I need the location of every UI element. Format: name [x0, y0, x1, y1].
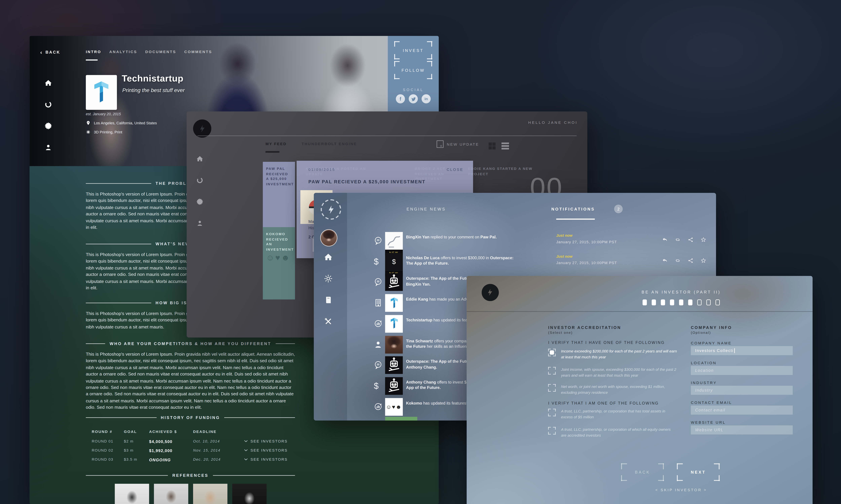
- profile-icon: [196, 220, 203, 227]
- reference-photo[interactable]: [115, 484, 149, 504]
- share-icon[interactable]: [688, 237, 693, 242]
- accreditation-option[interactable]: Joint income, with spouse, exceeding $30…: [548, 367, 677, 378]
- input-value: Investors Collecti: [695, 348, 734, 353]
- tab-documents[interactable]: DOCUMENTS: [145, 50, 176, 58]
- accreditation-option[interactable]: A trust, LLC, partnership, or corporatio…: [548, 427, 677, 438]
- input-placeholder: Contact email: [695, 408, 725, 413]
- share-icon[interactable]: [688, 257, 693, 264]
- repost-icon[interactable]: [675, 257, 681, 264]
- heading-line: [86, 183, 151, 184]
- notification-row[interactable]: $$NEWNicholas De Luca offers to invest $…: [347, 251, 716, 272]
- see-investors-button[interactable]: SEE INVESTORS: [244, 448, 288, 452]
- heading-line: [86, 244, 151, 244]
- company-industry: 3D Printing, Print: [94, 130, 122, 134]
- twitter-icon[interactable]: [409, 94, 418, 103]
- favorite-icon[interactable]: [701, 257, 706, 264]
- input-industry[interactable]: Industry: [691, 386, 793, 395]
- tab-notifications[interactable]: NOTIFICATIONS: [551, 207, 595, 212]
- funding-round: ROUND 02: [92, 448, 113, 452]
- desktop-background: ‹BACK INTROANALYTICSDOCUMENTSCOMMENTS Te…: [0, 0, 841, 504]
- input-placeholder: Industry: [695, 388, 713, 393]
- tab-comments[interactable]: COMMENTS: [184, 50, 212, 58]
- form-back-button[interactable]: BACK: [621, 463, 664, 481]
- accreditation-option[interactable]: Income exceeding $200,000 for each of th…: [548, 349, 677, 360]
- heading-line: [86, 303, 151, 303]
- accreditation-option[interactable]: Net worth, or joint net worth with spous…: [548, 384, 677, 395]
- notification-time: Just nowJanuary 27, 2015, 10:00PM PST: [556, 254, 617, 265]
- progress-indicator: [574, 300, 789, 305]
- input-placeholder: Location: [695, 368, 714, 373]
- chart-icon: [374, 402, 382, 411]
- funding-heading: HISTORY OF FUNDING: [86, 415, 295, 420]
- chevron-down-icon: [244, 440, 248, 443]
- close-button[interactable]: CLOSE: [447, 168, 464, 172]
- reference-photo[interactable]: [193, 484, 227, 504]
- established-date: est. January 20, 2015: [86, 112, 121, 115]
- funding-deadline: Dec. 20, 2014: [193, 457, 221, 461]
- skip-investor-link[interactable]: < SKIP INVESTOR >: [574, 488, 789, 492]
- see-investors-button[interactable]: SEE INVESTORS: [244, 439, 288, 443]
- tab-intro[interactable]: INTRO: [86, 50, 101, 58]
- badge-icon: [196, 198, 203, 205]
- active-tab-underline: [556, 219, 595, 220]
- notification-row[interactable]: NEWBingXin Yan replied to your comment o…: [347, 230, 716, 251]
- progress-step: [642, 300, 647, 305]
- engine-logo-icon: [193, 120, 211, 138]
- funding-round: ROUND 01: [92, 439, 113, 443]
- divider: [197, 136, 577, 136]
- grid-view-icon[interactable]: [488, 142, 496, 149]
- input-website-url[interactable]: Website URL: [691, 425, 793, 434]
- notification-thumbnail: [385, 336, 403, 353]
- invest-button[interactable]: INVEST: [394, 41, 432, 59]
- verify-group-label: I VERIFY THAT I AM ONE OF THE FOLLOWING: [548, 401, 659, 406]
- section-paragraph: This is Photoshop's version of Lorem Ips…: [86, 351, 295, 411]
- input-location[interactable]: Location: [691, 366, 793, 375]
- building-icon: [374, 299, 382, 307]
- home-icon: [324, 253, 332, 262]
- feed-card-kokomo[interactable]: KOKOMO RECIEVED AN INVESTMENT☺♥☻: [263, 227, 295, 299]
- accreditation-option[interactable]: A trust, LLC, partnership, or corporatio…: [548, 409, 677, 420]
- tab-analytics[interactable]: ANALYTICS: [109, 50, 137, 58]
- divider: [467, 311, 812, 312]
- input-company-name[interactable]: Investors Collecti: [691, 346, 793, 355]
- new-update-button[interactable]: NEW UPDATE: [437, 140, 479, 148]
- funding-deadline: Nov. 15, 2014: [193, 448, 220, 452]
- list-view-icon[interactable]: [501, 142, 509, 149]
- progress-ring-icon: [45, 101, 52, 108]
- reference-photo[interactable]: [154, 484, 188, 504]
- accreditation-option-text: Income exceeding $200,000 for each of th…: [561, 349, 677, 360]
- reply-icon[interactable]: [662, 257, 668, 264]
- company-logo: [86, 75, 117, 110]
- field-label: COMPANY NAME: [691, 341, 732, 345]
- favorite-icon[interactable]: [701, 237, 706, 242]
- tab-thunderbolt-engine[interactable]: THUNDERBOLT ENGINE: [302, 142, 357, 146]
- verify-group-label: I VERIFY THAT I HAVE ONE OF THE FOLLOWIN…: [548, 340, 665, 345]
- see-investors-label: SEE INVESTORS: [251, 439, 288, 443]
- post-date: 01/09/2015: [308, 168, 336, 172]
- text-cursor: [734, 348, 735, 353]
- reply-icon[interactable]: [662, 237, 668, 242]
- input-contact-email[interactable]: Contact email: [691, 406, 793, 415]
- reference-photo[interactable]: [232, 484, 266, 504]
- tab-engine-news[interactable]: ENGINE NEWS: [407, 207, 446, 212]
- form-next-button[interactable]: NEXT: [677, 463, 720, 481]
- see-investors-label: SEE INVESTORS: [251, 448, 288, 452]
- feed-card-pawpal[interactable]: PAW PAL RECIEVED A $25,000 INVESTMENT: [263, 162, 295, 232]
- notification-thumbnail: [385, 377, 403, 395]
- progress-step: [679, 300, 683, 305]
- social-links: f in: [388, 94, 439, 103]
- avatar[interactable]: [320, 229, 338, 247]
- tab-my-feed[interactable]: MY FEED: [265, 142, 287, 146]
- profile-tabs: INTROANALYTICSDOCUMENTSCOMMENTS: [86, 50, 212, 58]
- field-label: LOCATION: [691, 361, 717, 365]
- notification-thumbnail: $: [385, 253, 403, 270]
- funding-goal: $3.5 m: [124, 457, 137, 461]
- funding-achieved: $1,992,000: [149, 448, 172, 453]
- see-investors-button[interactable]: SEE INVESTORS: [244, 457, 288, 461]
- progress-step: [652, 300, 656, 305]
- repost-icon[interactable]: [675, 237, 681, 242]
- facebook-icon[interactable]: f: [396, 94, 405, 103]
- follow-button[interactable]: FOLLOW: [394, 61, 432, 79]
- linkedin-icon[interactable]: in: [422, 94, 431, 103]
- back-button[interactable]: ‹BACK: [40, 50, 61, 55]
